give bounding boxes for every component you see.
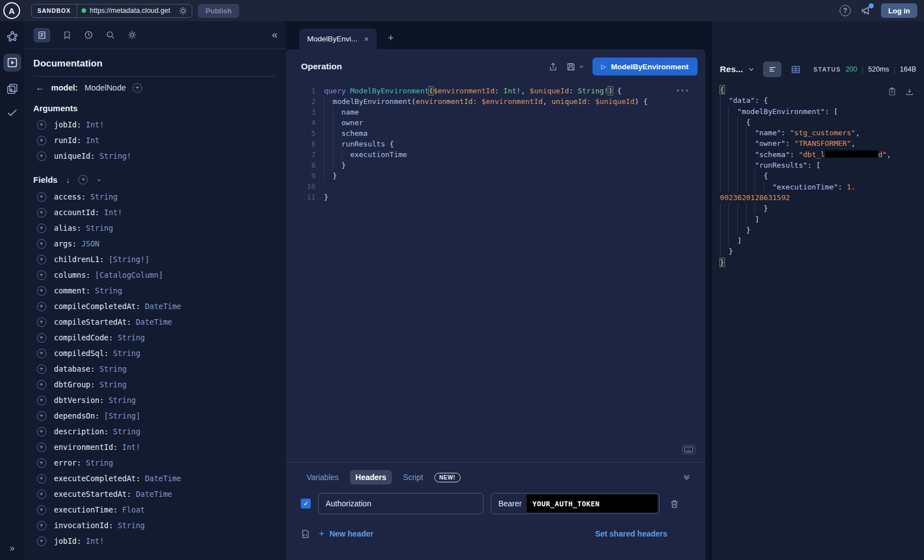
keyboard-shortcuts-icon[interactable] (682, 445, 695, 454)
add-field-to-query-icon[interactable]: + (37, 521, 46, 530)
response-chevron-down-icon[interactable] (748, 66, 755, 73)
raw-view-toggle-icon[interactable] (763, 61, 781, 77)
add-field-to-query-icon[interactable]: + (37, 270, 46, 280)
help-icon[interactable]: ? (840, 5, 851, 16)
fields-chevron-down-icon[interactable] (96, 177, 102, 183)
doc-field-row[interactable]: +alias: String (34, 220, 276, 236)
doc-field-row[interactable]: +columns: [CatalogColumn] (34, 267, 276, 283)
collapse-docs-panel-icon[interactable]: « (272, 29, 277, 41)
copy-response-icon[interactable] (888, 87, 897, 96)
add-field-to-query-icon[interactable]: + (37, 458, 46, 468)
settings-gear-icon[interactable] (127, 30, 137, 40)
doc-field-row[interactable]: +compiledCode: String (34, 330, 276, 345)
doc-field-row[interactable]: +dbtVersion: String (34, 392, 276, 408)
doc-field-row[interactable]: +description: String (34, 424, 276, 439)
add-field-to-query-icon[interactable]: + (37, 208, 46, 217)
header-value-token[interactable]: YOUR_AUTH_TOKEN (527, 495, 657, 512)
header-name-input[interactable]: Authorization (318, 493, 484, 514)
publish-button[interactable]: Publish (198, 4, 240, 18)
history-icon[interactable] (84, 30, 93, 40)
doc-field-row[interactable]: +executionTime: Float (34, 502, 276, 518)
doc-field-row[interactable]: +args: JSON (34, 236, 276, 251)
tab-headers[interactable]: Headers (350, 470, 392, 485)
header-enabled-checkbox[interactable]: ✓ (301, 499, 311, 509)
add-field-to-query-icon[interactable]: + (37, 120, 46, 130)
documentation-tab-icon[interactable] (34, 28, 50, 42)
response-json-viewer[interactable]: {"data": {"modelByEnvironment": [{"name"… (712, 84, 924, 268)
tab-variables[interactable]: Variables (301, 470, 344, 485)
login-button[interactable]: Log in (881, 3, 917, 18)
add-field-to-query-icon[interactable]: + (37, 192, 46, 202)
doc-field-row[interactable]: +childrenL1: [String!] (34, 251, 276, 267)
add-field-to-query-icon[interactable]: + (37, 427, 46, 436)
add-field-to-query-icon[interactable]: + (37, 302, 46, 311)
announcements-megaphone-icon[interactable] (861, 5, 872, 16)
new-tab-icon[interactable]: + (388, 32, 394, 44)
sort-fields-icon[interactable]: ↓ (66, 175, 70, 184)
endpoint-settings-gear-icon[interactable] (179, 7, 187, 15)
environment-variables-icon[interactable] (301, 529, 310, 539)
set-shared-headers-button[interactable]: Set shared headers (595, 529, 667, 538)
add-field-to-query-icon[interactable]: + (37, 151, 46, 161)
add-field-to-query-icon[interactable]: + (37, 224, 46, 233)
saved-operations-bookmark-icon[interactable] (63, 31, 72, 40)
apollo-logo[interactable]: A (3, 2, 20, 19)
add-all-fields-icon[interactable]: + (78, 175, 88, 184)
add-field-to-query-icon[interactable]: + (37, 255, 46, 264)
table-view-toggle-icon[interactable] (791, 65, 800, 74)
search-icon[interactable] (106, 30, 115, 40)
doc-field-row[interactable]: +executeStartedAt: DateTime (34, 486, 276, 502)
doc-field-row[interactable]: +dbtGroup: String (34, 377, 276, 392)
save-operation-icon[interactable] (566, 62, 576, 72)
doc-field-row[interactable]: +compileStartedAt: DateTime (34, 314, 276, 330)
checks-nav-icon[interactable] (6, 106, 18, 118)
add-field-to-query-icon[interactable]: + (37, 364, 46, 374)
add-field-to-query-icon[interactable]: + (37, 136, 46, 145)
add-type-icon[interactable]: + (132, 83, 142, 93)
doc-field-row[interactable]: +access: String (34, 189, 276, 205)
add-field-to-query-icon[interactable]: + (37, 537, 46, 546)
schema-graph-icon[interactable] (6, 30, 18, 42)
doc-field-row[interactable]: +jobId: Int! (34, 117, 276, 132)
breadcrumb-type[interactable]: ModelNode (84, 83, 126, 92)
close-tab-icon[interactable]: × (364, 35, 369, 44)
doc-field-row[interactable]: +environmentId: Int! (34, 439, 276, 455)
tab-script[interactable]: Script (397, 470, 429, 485)
doc-field-row[interactable]: +runId: Int (34, 132, 276, 148)
operation-tab[interactable]: ModelByEnvi... × (299, 29, 376, 49)
explorer-nav-item[interactable] (3, 54, 21, 72)
add-field-to-query-icon[interactable]: + (37, 286, 46, 296)
doc-field-row[interactable]: +compiledSql: String (34, 345, 276, 361)
back-arrow-icon[interactable]: ← (36, 83, 45, 93)
endpoint-url-input[interactable]: https://metadata.cloud.get (77, 4, 192, 17)
doc-field-row[interactable]: +database: String (34, 361, 276, 377)
delete-header-icon[interactable] (670, 499, 679, 509)
add-field-to-query-icon[interactable]: + (37, 333, 46, 343)
editor-more-menu-icon[interactable]: ••• (676, 86, 690, 96)
editor-code[interactable]: query ModelByEnvironment($environmentId:… (324, 86, 705, 462)
add-field-to-query-icon[interactable]: + (37, 380, 46, 390)
add-field-to-query-icon[interactable]: + (37, 317, 46, 327)
add-field-to-query-icon[interactable]: + (37, 490, 46, 499)
run-operation-button[interactable]: ▷ ModelByEnvironment (593, 58, 698, 75)
collapse-request-panel-icon[interactable] (683, 473, 691, 481)
doc-field-row[interactable]: +comment: String (34, 283, 276, 298)
doc-field-row[interactable]: +invocationId: String (34, 518, 276, 533)
download-response-icon[interactable] (905, 87, 914, 96)
header-value-input[interactable]: Bearer YOUR_AUTH_TOKEN (491, 493, 660, 514)
doc-field-row[interactable]: +accountId: Int! (34, 205, 276, 220)
doc-field-row[interactable]: +uniqueId: String! (34, 148, 276, 164)
add-field-to-query-icon[interactable]: + (37, 505, 46, 515)
expand-rail-icon[interactable]: » (10, 543, 15, 560)
new-header-button[interactable]: + New header (319, 528, 373, 539)
collections-nav-icon[interactable] (6, 83, 18, 95)
add-field-to-query-icon[interactable]: + (37, 239, 46, 249)
share-operation-icon[interactable] (548, 62, 558, 72)
doc-field-row[interactable]: +jobId: Int! (34, 533, 276, 549)
save-options-chevron-icon[interactable] (579, 64, 584, 69)
add-field-to-query-icon[interactable]: + (37, 396, 46, 405)
doc-field-row[interactable]: +error: String (34, 455, 276, 471)
doc-field-row[interactable]: +executeCompletedAt: DateTime (34, 471, 276, 486)
add-field-to-query-icon[interactable]: + (37, 443, 46, 452)
doc-field-row[interactable]: +compileCompletedAt: DateTime (34, 298, 276, 314)
